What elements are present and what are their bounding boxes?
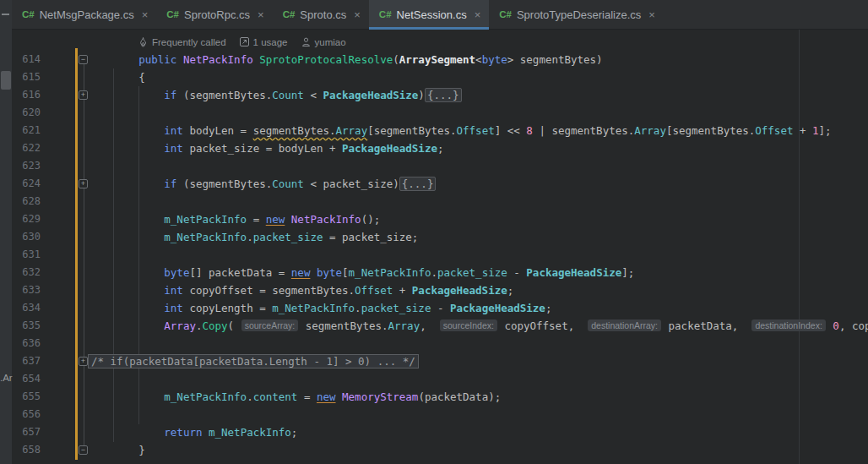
line-number[interactable]: 624: [12, 175, 41, 193]
tab-bar: C#NetMsgPackage.cs×C#SprotoRpc.cs×C#Spro…: [12, 0, 868, 30]
code-text: m_NetPackInfo.packet_size = packet_size;: [88, 228, 418, 246]
code-line-632[interactable]: 632 byte[] packetData = new byte[m_NetPa…: [12, 264, 868, 281]
tab-sprototypedeserialize-cs[interactable]: C#SprotoTypeDeserialize.cs×: [489, 0, 664, 29]
code-line-616[interactable]: 616+ if (segmentBytes.Count < PackageHea…: [12, 86, 868, 104]
line-number[interactable]: 657: [12, 423, 41, 441]
line-number[interactable]: 628: [12, 193, 41, 210]
code-line-655[interactable]: 655 m_NetPackInfo.content = new MemorySt…: [12, 388, 868, 406]
tab-label: NetMsgPackage.cs: [40, 8, 134, 21]
code-line-635[interactable]: 635 Array.Copy( sourceArray: segmentByte…: [12, 317, 868, 335]
code-text: if (segmentBytes.Count < packet_size){..…: [88, 175, 436, 193]
tab-sprotorpc-cs[interactable]: C#SprotoRpc.cs×: [156, 0, 272, 29]
code-text: if (segmentBytes.Count < PackageHeadSize…: [88, 86, 462, 104]
ide-window: .Ar C#NetMsgPackage.cs×C#SprotoRpc.cs×C#…: [0, 0, 868, 464]
code-line-623[interactable]: 623: [12, 157, 868, 175]
line-number[interactable]: 615: [12, 68, 41, 86]
code-line-614[interactable]: 614− public NetPackInfo SprotoProtocalRe…: [12, 51, 868, 68]
code-text: /* if(packetData[packetData.Length - 1] …: [88, 352, 419, 370]
code-line-630[interactable]: 630 m_NetPackInfo.packet_size = packet_s…: [12, 228, 868, 246]
code-line-654[interactable]: 654: [12, 370, 868, 388]
line-number[interactable]: 633: [12, 281, 41, 299]
line-number[interactable]: 616: [12, 86, 41, 104]
tab-label: SprotoRpc.cs: [184, 8, 250, 21]
code-line-656[interactable]: 656: [12, 406, 868, 423]
code-lens: Frequently called 1 usage yumiao: [138, 33, 346, 51]
code-text: return m_NetPackInfo;: [88, 423, 297, 441]
close-icon[interactable]: ×: [354, 9, 361, 20]
close-icon[interactable]: ×: [475, 9, 481, 20]
clipped-side-panel-text: .Ar: [0, 373, 13, 383]
fold-expand-icon[interactable]: +: [79, 90, 88, 100]
line-number[interactable]: 620: [12, 104, 41, 122]
close-icon[interactable]: ×: [142, 9, 149, 20]
lens-frequently-called[interactable]: Frequently called: [138, 37, 226, 47]
code-line-657[interactable]: 657 return m_NetPackInfo;: [12, 423, 868, 441]
fold-collapse-icon[interactable]: −: [79, 445, 88, 455]
code-line-624[interactable]: 624+ if (segmentBytes.Count < packet_siz…: [12, 175, 868, 193]
line-number[interactable]: 658: [12, 441, 41, 459]
code-line-622[interactable]: 622 int packet_size = bodyLen + PackageH…: [12, 139, 868, 157]
code-line-621[interactable]: 621 int bodyLen = segmentBytes.Array[seg…: [12, 122, 868, 139]
code-text: int copyOffset = segmentBytes.Offset + P…: [88, 281, 513, 299]
code-text: int copyLength = m_NetPackInfo.packet_si…: [88, 299, 551, 317]
line-number[interactable]: 622: [12, 139, 41, 157]
parameter-hint: destinationIndex:: [751, 319, 825, 331]
code-line-615[interactable]: 615 {: [12, 68, 868, 86]
line-number[interactable]: 635: [12, 317, 41, 335]
line-number[interactable]: 631: [12, 246, 41, 264]
line-number[interactable]: 655: [12, 388, 41, 406]
code-text: m_NetPackInfo.content = new MemoryStream…: [88, 388, 501, 406]
minimize-icon[interactable]: [2, 14, 9, 15]
folded-region: /* if(packetData[packetData.Length - 1] …: [88, 354, 419, 368]
code-text: Array.Copy( sourceArray: segmentBytes.Ar…: [88, 317, 868, 336]
line-number[interactable]: 636: [12, 335, 41, 352]
csharp-file-icon: C#: [22, 9, 35, 19]
code-line-658[interactable]: 658− }: [12, 441, 868, 459]
code-line-620[interactable]: 620: [12, 104, 868, 122]
code-text: public NetPackInfo SprotoProtocalResolve…: [88, 51, 603, 68]
fold-expand-icon[interactable]: +: [79, 179, 88, 188]
parameter-hint: destinationArray:: [588, 319, 661, 331]
left-tool-strip: .Ar: [0, 0, 12, 464]
line-number[interactable]: 632: [12, 264, 41, 281]
line-number[interactable]: 634: [12, 299, 41, 317]
code-line-629[interactable]: 629 m_NetPackInfo = new NetPackInfo();: [12, 210, 868, 228]
tab-label: NetSession.cs: [397, 8, 467, 21]
tab-netsession-cs[interactable]: C#NetSession.cs×: [369, 0, 489, 29]
csharp-file-icon: C#: [499, 9, 512, 19]
close-icon[interactable]: ×: [648, 9, 655, 20]
line-number[interactable]: 629: [12, 210, 41, 228]
line-number[interactable]: 621: [12, 122, 41, 139]
flame-icon: [138, 37, 148, 47]
parameter-hint: sourceIndex:: [440, 319, 497, 331]
code-line-628[interactable]: 628: [12, 193, 868, 210]
tab-sproto-cs[interactable]: C#Sproto.cs×: [273, 0, 369, 29]
code-text: int packet_size = bodyLen + PackageHeadS…: [88, 139, 443, 157]
line-number[interactable]: 623: [12, 157, 41, 175]
lens-usages[interactable]: 1 usage: [240, 37, 288, 47]
tab-netmsgpackage-cs[interactable]: C#NetMsgPackage.cs×: [12, 0, 156, 29]
tab-label: Sproto.cs: [300, 8, 346, 21]
folded-region: {...}: [425, 88, 462, 102]
code-line-633[interactable]: 633 int copyOffset = segmentBytes.Offset…: [12, 281, 868, 299]
csharp-file-icon: C#: [166, 9, 179, 19]
folded-region: {...}: [399, 177, 437, 191]
line-number[interactable]: 630: [12, 228, 41, 246]
line-number[interactable]: 614: [12, 51, 41, 68]
code-line-634[interactable]: 634 int copyLength = m_NetPackInfo.packe…: [12, 299, 868, 317]
line-number[interactable]: 656: [12, 406, 41, 423]
code-line-636[interactable]: 636: [12, 335, 868, 352]
code-line-631[interactable]: 631: [12, 246, 868, 264]
user-icon: [301, 37, 311, 46]
code-text: byte[] packetData = new byte[m_NetPackIn…: [88, 264, 634, 281]
fold-collapse-icon[interactable]: −: [79, 55, 88, 64]
code-line-637[interactable]: 637+/* if(packetData[packetData.Length -…: [12, 352, 868, 370]
lens-author[interactable]: yumiao: [301, 37, 346, 47]
code-editor[interactable]: Frequently called 1 usage yumiao 614− pu…: [12, 30, 868, 464]
fold-expand-icon[interactable]: +: [79, 357, 88, 366]
parameter-hint: sourceArray:: [241, 319, 299, 331]
line-number[interactable]: 637: [12, 352, 41, 370]
tool-strip-handle[interactable]: [1, 71, 11, 90]
line-number[interactable]: 654: [12, 370, 41, 388]
close-icon[interactable]: ×: [258, 9, 264, 20]
